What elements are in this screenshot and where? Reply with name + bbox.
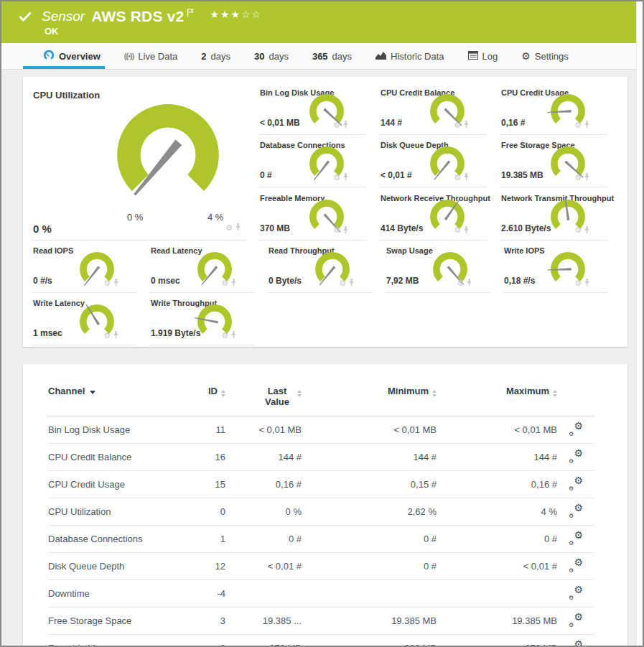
tab-settings[interactable]: ⚙ Settings bbox=[521, 51, 569, 62]
panel-gear-icon[interactable]: ⚙ bbox=[574, 279, 582, 287]
panel-pin-icon[interactable] bbox=[463, 118, 470, 131]
panel-pin-icon[interactable] bbox=[235, 221, 241, 234]
gauge-value: 0 # bbox=[260, 170, 272, 180]
tab-number: 30 bbox=[254, 51, 264, 62]
gauge-panel[interactable]: Write Throughput 1.919 Byte/s ⚙ bbox=[149, 293, 254, 345]
gauge-panel[interactable]: Read IOPS 0 #/s ⚙ bbox=[32, 241, 136, 293]
table-row: Database Connections 1 0 # 0 # 0 # ⚙⚙ bbox=[48, 526, 594, 553]
sensor-type-label: Sensor bbox=[42, 9, 85, 24]
cell-id: 12 bbox=[188, 553, 225, 580]
channel-settings-gears-icon[interactable]: ⚙⚙ bbox=[569, 423, 583, 434]
panel-pin-icon[interactable] bbox=[113, 329, 119, 342]
gauge-panel[interactable]: CPU Credit Usage 0,16 # ⚙ bbox=[500, 83, 607, 135]
panel-pin-icon[interactable] bbox=[463, 224, 470, 237]
cell-minimum bbox=[302, 580, 437, 608]
panel-pin-icon[interactable] bbox=[463, 171, 470, 184]
panel-gear-icon[interactable]: ⚙ bbox=[454, 174, 461, 182]
cell-channel: Bin Log Disk Usage bbox=[48, 416, 188, 444]
gauge-value: 0,16 # bbox=[501, 118, 525, 128]
panel-pin-icon[interactable] bbox=[584, 118, 590, 131]
scrollbar-track[interactable] bbox=[636, 1, 643, 646]
channel-settings-gears-icon[interactable]: ⚙⚙ bbox=[569, 450, 583, 462]
gauge-panel-cpu-utilization[interactable]: CPU Utilization 0 % 4 % 0 % ⚙ bbox=[32, 83, 247, 241]
sensor-name: AWS RDS v2 bbox=[91, 8, 184, 25]
column-header-id[interactable]: ID bbox=[188, 386, 225, 416]
priority-stars[interactable]: ★★★☆☆ bbox=[210, 9, 262, 20]
channel-settings-gears-icon[interactable]: ⚙⚙ bbox=[569, 478, 583, 489]
tab-live-data[interactable]: ((•)) Live Data bbox=[124, 51, 177, 62]
gauge-panel[interactable]: Free Storage Space 19.385 MB ⚙ bbox=[500, 135, 607, 187]
panel-gear-icon[interactable]: ⚙ bbox=[103, 332, 111, 340]
panel-pin-icon[interactable] bbox=[230, 329, 237, 342]
panel-gear-icon[interactable]: ⚙ bbox=[574, 226, 582, 234]
panel-pin-icon[interactable] bbox=[584, 224, 590, 237]
status-ok-check-icon bbox=[19, 11, 32, 22]
panel-gear-icon[interactable]: ⚙ bbox=[103, 279, 111, 287]
channel-settings-gears-icon[interactable]: ⚙⚙ bbox=[569, 587, 583, 598]
panel-gear-icon[interactable]: ⚙ bbox=[454, 121, 461, 129]
gauge-panel[interactable]: Write Latency 1 msec ⚙ bbox=[32, 293, 136, 345]
panel-gear-icon[interactable]: ⚙ bbox=[457, 279, 464, 287]
gauge-panel[interactable]: Read Throughput 0 Byte/s ⚙ bbox=[267, 241, 372, 293]
panel-gear-icon[interactable]: ⚙ bbox=[225, 224, 233, 232]
panel-gear-icon[interactable]: ⚙ bbox=[221, 279, 228, 287]
channel-settings-gears-icon[interactable]: ⚙⚙ bbox=[569, 532, 583, 544]
panel-gear-icon[interactable]: ⚙ bbox=[574, 121, 582, 129]
cell-maximum: 0 # bbox=[437, 526, 557, 553]
channel-table-card: Channel ID Last Value Minimum bbox=[23, 364, 627, 646]
tab-label: Overview bbox=[59, 51, 101, 62]
gauge-panel[interactable]: Network Receive Throughput 414 Byte/s ⚙ bbox=[379, 188, 487, 241]
column-header-actions bbox=[557, 386, 594, 416]
panel-gear-icon[interactable]: ⚙ bbox=[574, 174, 582, 182]
tab-historic-data[interactable]: Historic Data bbox=[375, 51, 444, 62]
column-header-maximum[interactable]: Maximum bbox=[437, 386, 557, 416]
gauge-panel[interactable]: CPU Credit Balance 144 # ⚙ bbox=[379, 83, 487, 135]
channel-settings-gears-icon[interactable]: ⚙⚙ bbox=[569, 505, 583, 516]
panel-pin-icon[interactable] bbox=[584, 171, 590, 184]
panel-pin-icon[interactable] bbox=[230, 276, 237, 289]
panel-pin-icon[interactable] bbox=[584, 276, 590, 289]
cell-actions: ⚙⚙ bbox=[557, 526, 594, 553]
panel-gear-icon[interactable]: ⚙ bbox=[333, 174, 340, 182]
column-header-last-value[interactable]: Last Value bbox=[225, 386, 302, 416]
gauge-panel[interactable]: Write IOPS 0,18 #/s ⚙ bbox=[503, 241, 607, 293]
tab-log[interactable]: Log bbox=[468, 51, 498, 62]
panel-pin-icon[interactable] bbox=[342, 171, 349, 184]
panel-pin-icon[interactable] bbox=[348, 276, 355, 289]
table-row: Free Storage Space 3 19.385 ... 19.385 M… bbox=[48, 608, 594, 635]
gauge-dial bbox=[111, 100, 225, 210]
gauge-title: Write IOPS bbox=[504, 246, 545, 255]
channel-settings-gears-icon[interactable]: ⚙⚙ bbox=[569, 641, 583, 646]
panel-gear-icon[interactable]: ⚙ bbox=[339, 279, 346, 287]
gauge-panel[interactable]: Swap Usage 7,92 MB ⚙ bbox=[385, 241, 490, 293]
panel-pin-icon[interactable] bbox=[466, 276, 472, 289]
gauge-panel[interactable]: Disk Queue Depth < 0,01 # ⚙ bbox=[379, 135, 487, 187]
panel-gear-icon[interactable]: ⚙ bbox=[454, 226, 461, 234]
column-header-minimum[interactable]: Minimum bbox=[302, 386, 437, 416]
tab-2-days[interactable]: 2 days bbox=[201, 51, 230, 62]
tab-365-days[interactable]: 365 days bbox=[312, 51, 352, 62]
gauge-panel[interactable]: Read Latency 0 msec ⚙ bbox=[149, 241, 254, 293]
table-row: Freeable Memory 2 370 MB 369 MB 370 MB ⚙… bbox=[48, 635, 594, 646]
panel-gear-icon[interactable]: ⚙ bbox=[221, 332, 228, 340]
panel-gear-icon[interactable]: ⚙ bbox=[333, 121, 340, 129]
channel-settings-gears-icon[interactable]: ⚙⚙ bbox=[569, 614, 583, 625]
sort-icon bbox=[297, 390, 302, 397]
priority-flag-icon[interactable] bbox=[187, 9, 194, 17]
panel-pin-icon[interactable] bbox=[342, 118, 349, 131]
gauge-panel[interactable]: Freeable Memory 370 MB ⚙ bbox=[258, 188, 366, 241]
cell-channel: Downtime bbox=[48, 580, 188, 608]
tab-overview[interactable]: Overview bbox=[43, 50, 101, 62]
gauge-panel[interactable]: Bin Log Disk Usage < 0,01 MB ⚙ bbox=[258, 83, 366, 135]
gauge-value: 370 MB bbox=[260, 223, 290, 233]
gauge-panel[interactable]: Network Transmit Throughput 2.610 Byte/s… bbox=[500, 188, 607, 241]
table-row: Downtime -4 ⚙⚙ bbox=[48, 580, 594, 608]
column-header-channel[interactable]: Channel bbox=[48, 386, 188, 416]
tab-30-days[interactable]: 30 days bbox=[254, 51, 289, 62]
panel-pin-icon[interactable] bbox=[113, 276, 119, 289]
gauge-value: < 0,01 MB bbox=[260, 118, 300, 128]
panel-pin-icon[interactable] bbox=[342, 224, 349, 237]
panel-gear-icon[interactable]: ⚙ bbox=[333, 226, 340, 234]
gauge-panel[interactable]: Database Connections 0 # ⚙ bbox=[258, 135, 366, 187]
channel-settings-gears-icon[interactable]: ⚙⚙ bbox=[569, 559, 583, 571]
